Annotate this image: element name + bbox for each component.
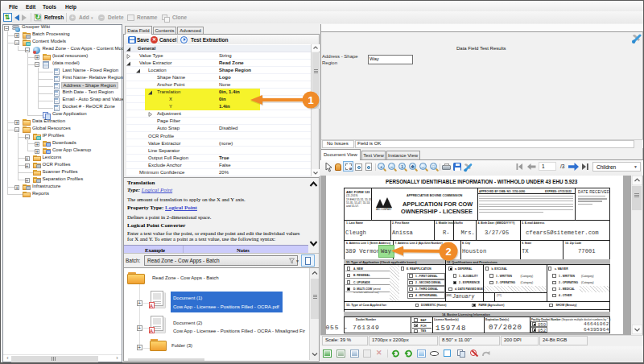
svg-text:2: 2 <box>445 246 451 258</box>
